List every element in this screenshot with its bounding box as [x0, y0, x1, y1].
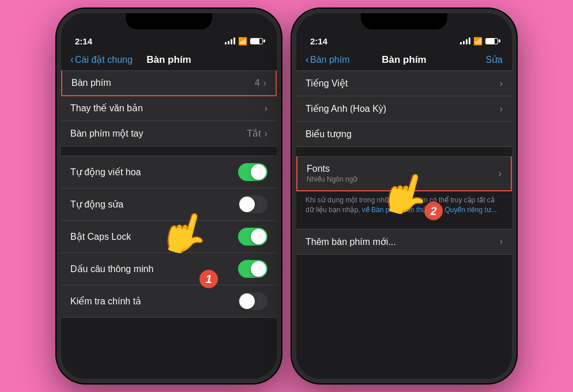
phone2-fonts-chevron: ›: [499, 168, 502, 179]
phone1-sua-label: Tự động sửa: [70, 199, 238, 210]
phone1-screen: 2:14 📶: [61, 13, 277, 379]
phone2-row-tieng-viet[interactable]: Tiếng Việt ›: [296, 70, 512, 96]
phone2-nav-action[interactable]: Sửa: [485, 54, 503, 65]
phone1-kiem-tra-label: Kiểm tra chính tả: [70, 296, 238, 307]
phone1-nav-title: Bàn phím: [146, 54, 191, 66]
phone2-tieng-anh-chevron: ›: [500, 104, 503, 114]
phone1-kiem-tra-thumb: [239, 293, 255, 309]
phone2-row-them-ban-phim[interactable]: Thêm bàn phím mới... ›: [296, 229, 512, 255]
phone2-step-badge: 2: [424, 202, 443, 220]
phone1-thay-the-chevron: ›: [265, 103, 267, 114]
phone2-them-label: Thêm bàn phím mới...: [306, 236, 500, 247]
phone1-nav-bar: ‹ Cài đặt chung Bàn phím: [61, 51, 277, 70]
phone1-viet-hoa-label: Tự động viết hoa: [70, 167, 238, 178]
phone2-tieng-anh-label: Tiếng Anh (Hoa Kỳ): [306, 103, 500, 114]
phone2-back-chevron: ‹: [306, 54, 309, 66]
phone1-mot-tay-label: Bàn phím một tay: [70, 128, 247, 139]
phone1-ban-phim-label: Bàn phím: [71, 78, 255, 88]
phone2-wifi-icon: 📶: [473, 37, 482, 46]
phone2-back-button[interactable]: ‹ Bàn phím: [306, 54, 349, 66]
phone1-caps-lock-thumb: [251, 229, 266, 244]
phone2-tieng-viet-label: Tiếng Việt: [306, 78, 500, 89]
phone2-nav-title: Bàn phím: [382, 54, 426, 66]
phone2-settings-content: Tiếng Việt › Tiếng Anh (Hoa Kỳ) › Biểu t…: [296, 70, 512, 379]
phone1-sua-thumb: [239, 197, 255, 212]
phone2-wrapper: 2:14 📶: [292, 9, 517, 383]
phone1-thay-the-label: Thay thế văn bản: [70, 103, 265, 114]
phone2-sep1: [296, 147, 512, 156]
phone1-row-ban-phim-mot-tay[interactable]: Bàn phím một tay Tắt ›: [61, 121, 277, 146]
phone1-group1: Bàn phím 4 › Thay thế văn bản › Bàn phím…: [61, 70, 277, 146]
phone1-dau-cau-toggle[interactable]: [238, 260, 267, 278]
phone2-row-tieng-anh[interactable]: Tiếng Anh (Hoa Kỳ) ›: [296, 96, 512, 122]
phone1-row-thay-the[interactable]: Thay thế văn bản ›: [61, 96, 277, 121]
phone1-back-label: Cài đặt chung: [75, 54, 133, 65]
main-container: 2:14 📶: [56, 9, 517, 383]
phone1-viet-hoa-thumb: [251, 164, 266, 180]
phone1-status-bar: 2:14 📶: [61, 31, 277, 51]
phone1-row-tu-dong-viet-hoa[interactable]: Tự động viết hoa: [61, 156, 277, 189]
phone1-status-icons: 📶: [225, 37, 263, 46]
phone2-group3: Thêm bàn phím mới... ›: [296, 229, 512, 255]
phone2-back-label: Bàn phím: [310, 55, 349, 65]
phone2-nav-bar: ‹ Bàn phím Bàn phím Sửa: [296, 51, 512, 70]
phone2-sep2: [296, 220, 512, 229]
phone2-status-icons: 📶: [460, 37, 498, 46]
phone1-wrapper: 2:14 📶: [56, 9, 281, 383]
phone2-signal-icon: [460, 37, 470, 44]
phone1-back-button[interactable]: ‹ Cài đặt chung: [70, 54, 133, 66]
phone1-step-badge: 1: [199, 270, 218, 288]
phone2-fonts-label: Fonts: [307, 164, 330, 174]
phone1-signal-icon: [225, 37, 235, 44]
phone1-ban-phim-chevron: ›: [263, 78, 266, 88]
phone1-battery-icon: [250, 38, 263, 44]
phone1-caps-lock-toggle[interactable]: [238, 228, 267, 246]
phone1-viet-hoa-toggle[interactable]: [238, 163, 267, 181]
phone1-row-kiem-tra[interactable]: Kiểm tra chính tả: [61, 285, 277, 318]
phone1-sep1: [61, 146, 277, 156]
phone2-status-bar: 2:14 📶: [296, 31, 512, 51]
phone2-bieu-tuong-label: Biểu tượng: [306, 129, 503, 140]
phone2-time: 2:14: [310, 36, 327, 46]
phone2-tieng-viet-chevron: ›: [500, 78, 503, 89]
phone1-caps-lock-label: Bật Caps Lock: [70, 231, 238, 242]
phone1-ban-phim-value: 4: [255, 78, 260, 88]
phone1-mot-tay-value: Tắt: [247, 128, 261, 139]
phone2-group1: Tiếng Việt › Tiếng Anh (Hoa Kỳ) › Biểu t…: [296, 70, 512, 147]
phone1: 2:14 📶: [56, 9, 281, 383]
phone1-time: 2:14: [75, 36, 92, 46]
phone2-step-badge-wrapper: 2: [424, 202, 443, 220]
phone1-row-dau-cau[interactable]: Dấu câu thông minh: [61, 253, 277, 285]
phone2-row-bieu-tuong[interactable]: Biểu tượng: [296, 122, 512, 147]
phone2-battery-icon: [485, 38, 498, 44]
phone1-kiem-tra-toggle[interactable]: [238, 292, 267, 310]
phone1-step-badge-wrapper: 1: [199, 270, 218, 288]
phone2-them-chevron: ›: [500, 236, 503, 247]
phone2-info-content3: hập,: [346, 206, 362, 214]
phone1-mot-tay-chevron: ›: [265, 129, 267, 139]
phone1-wifi-icon: 📶: [238, 37, 247, 46]
phone1-back-chevron: ‹: [70, 54, 74, 66]
phone1-sua-toggle[interactable]: [238, 195, 267, 213]
phone1-row-ban-phim[interactable]: Bàn phím 4 ›: [61, 70, 277, 96]
phone1-dau-cau-thumb: [251, 261, 266, 277]
